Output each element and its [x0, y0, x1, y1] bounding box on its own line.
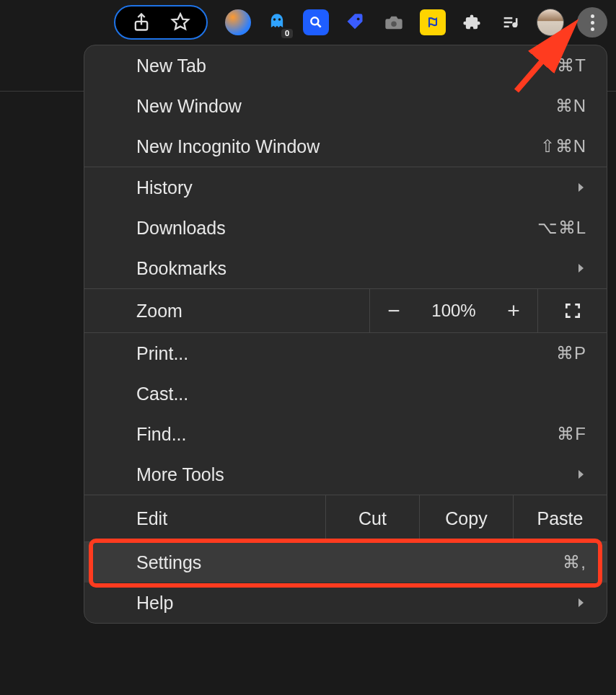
menu-item-downloads[interactable]: Downloads ⌥⌘L: [84, 208, 607, 248]
menu-item-new-incognito[interactable]: New Incognito Window ⇧⌘N: [84, 126, 607, 167]
submenu-chevron-icon: [575, 182, 586, 193]
menu-item-more-tools[interactable]: More Tools: [84, 454, 607, 495]
menu-item-shortcut: ⌘N: [555, 96, 586, 116]
edit-copy-button[interactable]: Copy: [419, 495, 513, 541]
menu-item-label: New Incognito Window: [136, 136, 320, 157]
menu-item-edit: Edit Cut Copy Paste: [84, 495, 607, 541]
submenu-chevron-icon: [575, 597, 586, 608]
menu-item-print[interactable]: Print... ⌘P: [84, 333, 607, 373]
zoom-value: 100%: [418, 289, 490, 332]
menu-item-label: Bookmarks: [136, 258, 226, 279]
menu-item-label: Help: [136, 593, 173, 614]
menu-item-history[interactable]: History: [84, 167, 607, 208]
menu-item-label: Print...: [136, 343, 188, 364]
extension-search-icon[interactable]: [303, 9, 329, 35]
menu-item-zoom: Zoom − 100% +: [84, 289, 607, 332]
profile-avatar[interactable]: [537, 9, 564, 36]
edit-label: Edit: [84, 495, 325, 541]
edit-paste-button[interactable]: Paste: [513, 495, 607, 541]
media-control-icon[interactable]: [498, 9, 524, 35]
edit-cut-button[interactable]: Cut: [325, 495, 419, 541]
bookmark-star-icon[interactable]: [167, 9, 193, 35]
svg-point-3: [391, 22, 396, 27]
extension-notes-icon[interactable]: [420, 9, 446, 35]
extension-similarweb-icon[interactable]: [225, 9, 251, 35]
menu-item-shortcut: ⌘,: [563, 552, 586, 572]
browser-main-menu: New Tab ⌘T New Window ⌘N New Incognito W…: [84, 45, 607, 624]
svg-point-1: [311, 17, 318, 25]
menu-item-label: New Window: [136, 96, 242, 117]
menu-item-shortcut: ⌥⌘L: [537, 218, 586, 238]
extensions-puzzle-icon[interactable]: [459, 9, 485, 35]
menu-item-cast[interactable]: Cast...: [84, 373, 607, 414]
menu-item-label: Settings: [136, 552, 201, 573]
menu-item-label: Find...: [136, 424, 186, 445]
zoom-controls: − 100% +: [369, 289, 607, 332]
extension-ghostery-icon[interactable]: 0: [264, 9, 290, 35]
extension-price-tag-icon[interactable]: [342, 9, 368, 35]
menu-item-shortcut: ⌘F: [557, 424, 586, 444]
menu-item-find[interactable]: Find... ⌘F: [84, 414, 607, 454]
fullscreen-button[interactable]: [537, 289, 607, 332]
browser-toolbar: 0: [0, 0, 616, 45]
svg-point-2: [357, 17, 360, 20]
zoom-out-button[interactable]: −: [370, 289, 418, 332]
menu-item-label: More Tools: [136, 464, 224, 485]
menu-item-settings[interactable]: Settings ⌘,: [84, 542, 607, 583]
menu-item-shortcut: ⇧⌘N: [540, 136, 586, 156]
url-action-group: [114, 5, 208, 40]
zoom-in-button[interactable]: +: [490, 289, 537, 332]
submenu-chevron-icon: [575, 469, 586, 480]
menu-item-shortcut: ⌘T: [557, 56, 586, 76]
menu-item-label: Downloads: [136, 218, 226, 239]
extension-camera-icon[interactable]: [381, 9, 407, 35]
extension-ghostery-badge: 0: [281, 29, 293, 38]
submenu-chevron-icon: [575, 262, 586, 274]
share-icon[interactable]: [128, 9, 154, 35]
menu-item-shortcut: ⌘P: [556, 343, 586, 363]
menu-item-label: History: [136, 177, 193, 198]
menu-item-new-window[interactable]: New Window ⌘N: [84, 86, 607, 126]
kebab-menu-button[interactable]: [577, 7, 607, 37]
menu-item-bookmarks[interactable]: Bookmarks: [84, 248, 607, 288]
menu-item-help[interactable]: Help: [84, 583, 607, 623]
menu-item-new-tab[interactable]: New Tab ⌘T: [84, 45, 607, 86]
menu-item-label: Cast...: [136, 384, 188, 404]
zoom-label: Zoom: [84, 289, 369, 332]
menu-item-label: New Tab: [136, 56, 206, 76]
